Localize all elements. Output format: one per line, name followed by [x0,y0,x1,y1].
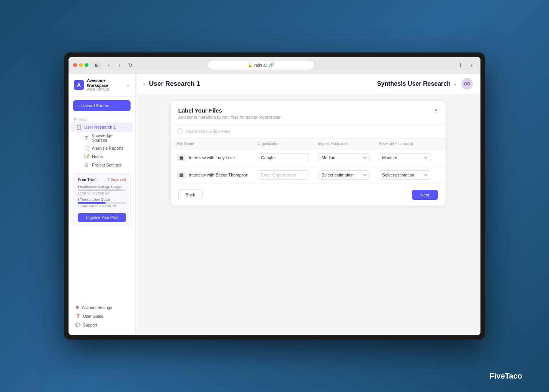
revenue-cell-2: Select estimation Low Medium High [379,170,439,180]
url-text: rajin.ai [254,63,266,67]
storage-bar-fill [78,189,121,191]
workspace-header[interactable]: A Awesome Workspace WORKSPACE ⌄ [69,74,135,96]
sidebar-item-knowledge-sources[interactable]: ⊞ Knowledge Sources [76,132,133,144]
storage-label: ℹ Workspace Storage Usage [78,185,126,189]
tab-view-icon[interactable]: ⊞ [92,62,101,69]
impact-select-2[interactable]: Select estimation Low Medium High [318,170,370,180]
user-avatar[interactable]: OR [461,78,473,90]
browser-new-tab-button[interactable]: + [467,61,476,69]
sidebar-item-user-research[interactable]: 📋 User Research 1 ⌄ [71,122,133,132]
sidebar-item-project-settings[interactable]: ⊙ Project Settings [76,161,133,169]
upload-icon: ↑ [77,103,79,108]
col-organisation: Organisation [258,142,318,146]
modal-card: Label Your Files Add some metadata to yo… [170,101,446,206]
browser-nav: ‹ › ↻ [105,61,134,69]
modal-close-button[interactable]: × [434,107,438,113]
forward-nav-button[interactable]: › [115,61,124,69]
account-settings-icon: ⚙ [75,305,79,310]
notes-label: Notes [92,154,103,159]
header-project-title: User Research 1 [149,80,377,88]
org-input-1[interactable] [258,153,309,162]
transcription-usage-item: ℹ Transcription Quota 700min out of 1200… [78,198,126,208]
free-trial-box: Free Trial 7 Days Left ℹ Workspace Stora… [73,173,131,226]
browser-actions: ℹ + [457,61,476,69]
search-circle-icon [177,128,183,134]
file-cell-1: 🎬 Interview with Lucy Love [177,154,258,161]
close-traffic-light[interactable] [73,63,77,67]
table-row: 🎬 Interview with Lucy Love Medium Low [171,149,446,167]
fivetaco-watermark: FiveTaco [490,372,522,381]
reload-nav-button[interactable]: ↻ [126,61,134,69]
impact-select-1[interactable]: Medium Low High [318,153,370,162]
table-header: File Name Organisation Impact Estimation… [171,139,446,149]
storage-desc: 18GB out of 20GB left [78,191,126,195]
search-placeholder-text: Search Uploaded Files [186,129,230,134]
modal-header: Label Your Files Add some metadata to yo… [171,101,446,124]
org-cell-1 [258,153,318,162]
revenue-select-1[interactable]: Medium Low High [379,153,430,162]
back-button[interactable]: Back [178,189,203,200]
col-impact-estimation: Impact Estimation [318,142,379,146]
free-trial-header: Free Trial 7 Days Left [78,177,126,182]
sidebar-item-account-settings[interactable]: ⚙ Account Settings [71,303,133,312]
synthesis-chevron-icon[interactable]: ⌄ [453,81,457,87]
impact-cell-2: Select estimation Low Medium High [318,170,379,180]
notes-icon: 📝 [84,154,89,159]
sidebar-subitems: ⊞ Knowledge Sources 📄 Analysis Reports 📝… [69,132,135,169]
minimize-traffic-light[interactable] [79,63,83,67]
user-research-icon: 📋 [76,124,82,130]
file-cell-2: 🎬 Interview with Becca Thompson [177,172,258,178]
back-nav-button[interactable]: ‹ [105,61,113,69]
workspace-info: Awesome Workspace WORKSPACE [87,78,123,91]
upload-source-label: Upload Source [82,103,109,108]
modal-title: Label Your Files [178,107,282,114]
support-icon: 💬 [75,322,80,327]
app-layout: A Awesome Workspace WORKSPACE ⌄ ↑ Upload… [69,74,480,335]
lock-icon: 🔒 [248,63,252,67]
modal-overlay: Label Your Files Add some metadata to yo… [136,95,480,335]
modal-search[interactable]: Search Uploaded Files [171,124,446,139]
synthesis-label: Synthesis User Research [377,80,451,87]
fullscreen-traffic-light[interactable] [85,63,88,67]
revenue-select-2[interactable]: Select estimation Low Medium High [379,170,430,180]
free-trial-title: Free Trial [78,177,96,182]
header-back-button[interactable]: ‹ [143,80,145,87]
transcription-info-icon: ℹ [78,198,79,201]
upgrade-plan-button[interactable]: Upgrade Your Plan [78,213,126,222]
free-trial-badge: 7 Days Left [108,178,126,181]
transcription-desc: 700min out of 1200min left [78,204,126,208]
workspace-chevron-icon: ⌄ [126,82,130,87]
user-guide-label: User Guide [83,314,103,318]
org-input-2[interactable] [258,170,309,180]
next-button[interactable]: Next [412,190,438,200]
workspace-name: Awesome Workspace [87,78,123,88]
workspace-logo: A [74,80,84,90]
sidebar-item-user-guide[interactable]: ❓ User Guide [71,312,133,320]
modal-footer: Back Next [171,184,446,206]
main-header: ‹ User Research 1 Synthesis User Researc… [136,74,480,95]
sidebar-item-support[interactable]: 💬 Support [71,320,133,329]
table-row: 🎬 Interview with Becca Thompson Select e… [171,167,446,184]
analysis-reports-label: Analysis Reports [92,146,124,150]
link-icon: 🔗 [268,62,274,68]
storage-bar-bg [78,189,126,191]
modal-subtitle: Add some metadata to your files for easi… [178,115,282,119]
col-revenue-estimation: Revenue Estimation [379,142,439,146]
main-content: ‹ User Research 1 Synthesis User Researc… [136,74,480,335]
transcription-bar-bg [78,202,126,204]
analysis-reports-icon: 📄 [84,145,89,151]
storage-usage-item: ℹ Workspace Storage Usage 18GB out of 20… [78,185,126,195]
browser-info-button[interactable]: ℹ [457,61,465,69]
file-icon-2: 🎬 [177,172,186,178]
sidebar: A Awesome Workspace WORKSPACE ⌄ ↑ Upload… [69,74,136,335]
file-icon-1: 🎬 [177,154,186,161]
sidebar-item-notes[interactable]: 📝 Notes [76,152,133,161]
modal-title-group: Label Your Files Add some metadata to yo… [178,107,282,119]
sidebar-item-analysis-reports[interactable]: 📄 Analysis Reports [76,144,133,152]
file-name-2: Interview with Becca Thompson [189,173,248,177]
knowledge-sources-icon: ⊞ [84,135,89,140]
org-cell-2 [258,170,318,180]
upload-source-button[interactable]: ↑ Upload Source [73,100,131,111]
address-bar[interactable]: 🔒 rajin.ai 🔗 [208,60,315,70]
workspace-type: WORKSPACE [87,88,123,91]
